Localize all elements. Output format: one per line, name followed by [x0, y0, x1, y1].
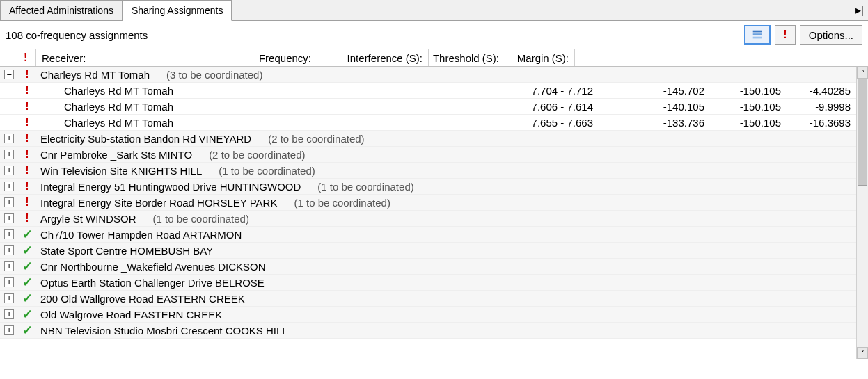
group-row[interactable]: +!Cnr Pembroke _Sark Sts MINTO(2 to be c… [0, 147, 856, 163]
status-cell: ✓ [18, 243, 36, 258]
receiver-cell: Win Television Site KNIGHTS HILL(1 to be… [36, 165, 856, 177]
child-row[interactable]: !Charleys Rd MT Tomah7.606 - 7.614-140.1… [0, 99, 856, 115]
expand-toggle[interactable]: + [4, 245, 14, 255]
expand-toggle[interactable]: + [4, 229, 14, 239]
filter-button[interactable] [744, 25, 771, 45]
header-margin[interactable]: Margin (S): [505, 49, 575, 66]
scroll-down-button[interactable]: ˅ [857, 347, 868, 359]
scroll-track[interactable] [857, 79, 868, 347]
receiver-cell: Electricity Sub-station Bandon Rd VINEYA… [36, 133, 856, 145]
receiver-cell: Optus Earth Station Challenger Drive BEL… [36, 277, 856, 289]
group-row[interactable]: +!Win Television Site KNIGHTS HILL(1 to … [0, 163, 856, 179]
receiver-cell: Charleys Rd MT Tomah(3 to be coordinated… [36, 69, 856, 81]
options-button[interactable]: Options... [800, 25, 862, 45]
group-row[interactable]: +✓Optus Earth Station Challenger Drive B… [0, 275, 856, 291]
check-icon: ✓ [22, 291, 33, 306]
status-cell: ! [18, 116, 36, 129]
scroll-up-button[interactable]: ˄ [857, 67, 868, 79]
vertical-scrollbar[interactable]: ˄ ˅ [856, 67, 868, 359]
expand-cell: + [0, 309, 18, 319]
filter-icon [751, 29, 764, 41]
expand-cell: + [0, 197, 18, 207]
expand-toggle[interactable]: + [4, 166, 14, 175]
header-status[interactable]: ! [18, 49, 36, 66]
expand-cell: + [0, 245, 18, 255]
receiver-cell: Integral Energy 51 Huntingwood Drive HUN… [36, 181, 856, 193]
expand-toggle[interactable]: − [4, 70, 14, 79]
tab-scroll-right[interactable]: ▸| [851, 0, 868, 20]
receiver-cell: Charleys Rd MT Tomah [36, 85, 516, 97]
header-interference[interactable]: Interference (S): [317, 49, 429, 66]
group-row[interactable]: +✓State Sport Centre HOMEBUSH BAY [0, 243, 856, 259]
group-row[interactable]: +✓Ch7/10 Tower Hampden Road ARTARMON [0, 227, 856, 243]
expand-cell: + [0, 182, 18, 191]
tab-label: Sharing Assignments [132, 5, 223, 16]
header-expand[interactable] [0, 49, 18, 66]
header-label: Frequency: [259, 52, 311, 64]
group-row[interactable]: +✓Cnr Northbourne _Wakefield Avenues DIC… [0, 259, 856, 275]
child-row[interactable]: !Charleys Rd MT Tomah7.655 - 7.663-133.7… [0, 115, 856, 131]
status-cell: ✓ [18, 259, 36, 274]
expand-toggle[interactable]: + [4, 325, 14, 335]
receiver-cell: Integral Energy Site Border Road HORSLEY… [36, 197, 856, 209]
header-frequency[interactable]: Frequency: [235, 49, 317, 66]
status-cell: ✓ [18, 291, 36, 306]
svg-rect-0 [752, 31, 762, 33]
svg-rect-2 [752, 37, 762, 39]
receiver-cell: Ch7/10 Tower Hampden Road ARTARMON [36, 229, 856, 241]
header-receiver[interactable]: Receiver: [36, 49, 235, 66]
coordination-note: (1 to be coordinated) [277, 197, 390, 209]
grid-rows: −!Charleys Rd MT Tomah(3 to be coordinat… [0, 67, 868, 339]
header-label: Threshold (S): [433, 52, 499, 64]
tab-affected-administrations[interactable]: Affected Administrations [0, 0, 123, 20]
child-row[interactable]: !Charleys Rd MT Tomah7.704 - 7.712-145.7… [0, 83, 856, 99]
status-cell: ✓ [18, 323, 36, 338]
receiver-cell: State Sport Centre HOMEBUSH BAY [36, 245, 856, 257]
expand-toggle[interactable]: + [4, 309, 14, 319]
expand-cell: + [0, 166, 18, 175]
group-row[interactable]: −!Charleys Rd MT Tomah(3 to be coordinat… [0, 67, 856, 83]
margin-cell: -4.40285 [787, 85, 856, 97]
status-cell: ! [18, 68, 36, 81]
check-icon: ✓ [22, 307, 33, 322]
status-cell: ! [18, 132, 36, 145]
expand-cell: + [0, 293, 18, 303]
status-cell: ✓ [18, 227, 36, 242]
group-row[interactable]: +✓NBN Television Studio Mosbri Crescent … [0, 323, 856, 339]
expand-toggle[interactable]: + [4, 134, 14, 143]
expand-toggle[interactable]: + [4, 277, 14, 287]
expand-toggle[interactable]: + [4, 261, 14, 271]
group-row[interactable]: +✓Old Walgrove Road EASTERN CREEK [0, 307, 856, 323]
receiver-cell: 200 Old Wallgrove Road EASTERN CREEK [36, 293, 856, 305]
header-label: Margin (S): [517, 52, 569, 64]
expand-toggle[interactable]: + [4, 293, 14, 303]
expand-toggle[interactable]: + [4, 150, 14, 159]
status-cell: ! [18, 148, 36, 161]
expand-toggle[interactable]: + [4, 213, 14, 223]
receiver-cell: Charleys Rd MT Tomah [36, 101, 516, 113]
header-threshold[interactable]: Threshold (S): [429, 49, 505, 66]
expand-toggle[interactable]: + [4, 182, 14, 191]
tab-label: Affected Administrations [9, 5, 113, 16]
header-label: Receiver: [42, 52, 86, 64]
exclamation-icon: ! [25, 100, 29, 113]
tab-sharing-assignments[interactable]: Sharing Assignments [123, 0, 232, 21]
status-cell: ! [18, 100, 36, 113]
expand-toggle[interactable]: + [4, 197, 14, 207]
check-icon: ✓ [22, 259, 33, 274]
group-row[interactable]: +✓200 Old Wallgrove Road EASTERN CREEK [0, 291, 856, 307]
receiver-cell: Charleys Rd MT Tomah [36, 117, 516, 129]
warnings-filter-button[interactable]: ! [775, 25, 796, 45]
group-row[interactable]: +!Electricity Sub-station Bandon Rd VINE… [0, 131, 856, 147]
group-row[interactable]: +!Integral Energy 51 Huntingwood Drive H… [0, 179, 856, 195]
exclamation-icon: ! [25, 148, 29, 161]
coordination-note: (1 to be coordinated) [301, 181, 413, 193]
check-icon: ✓ [22, 275, 33, 290]
expand-cell: + [0, 261, 18, 271]
group-row[interactable]: +!Integral Energy Site Border Road HORSL… [0, 195, 856, 211]
group-row[interactable]: +!Argyle St WINDSOR(1 to be coordinated) [0, 211, 856, 227]
options-label: Options... [809, 29, 853, 41]
scroll-thumb[interactable] [858, 79, 867, 186]
coordination-note: (2 to be coordinated) [251, 133, 364, 145]
expand-cell: + [0, 229, 18, 239]
